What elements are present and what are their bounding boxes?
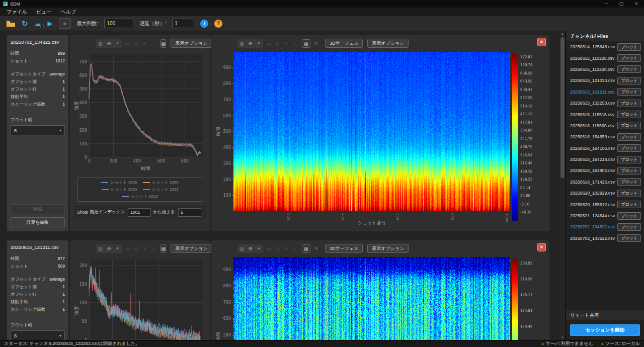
plot-button[interactable]: プロット — [617, 234, 641, 242]
file-name[interactable]: 20250702_134822.csv — [570, 224, 615, 229]
zoom-out-icon[interactable]: × — [282, 244, 290, 253]
info-icon[interactable]: i — [200, 20, 208, 28]
file-name[interactable]: 20250616_164106.csv — [570, 146, 615, 151]
menu-view[interactable]: ビュー — [32, 9, 56, 16]
zoom-icon[interactable]: ⊕ — [246, 244, 255, 253]
plot-width-select[interactable]: 6 ▾ — [11, 330, 65, 340]
file-name[interactable]: 20250616_115516.csv — [570, 112, 614, 117]
plot-button[interactable]: プロット — [617, 43, 641, 51]
zoom-out-icon[interactable]: × — [282, 39, 290, 48]
reset-axes-icon[interactable]: ⌂ — [290, 39, 299, 48]
legend-item[interactable]: ショット 1010 — [102, 187, 137, 192]
scrollbar-thumb[interactable] — [560, 37, 565, 178]
scroll-up-icon[interactable]: ▲ — [561, 31, 564, 36]
file-name[interactable]: 20250616_115600.csv — [570, 123, 614, 128]
start-session-button[interactable]: セッションを開始 — [570, 324, 640, 336]
display-options-button[interactable]: 表示オプション — [171, 39, 212, 48]
lasso-select-icon[interactable]: ◇ — [273, 244, 282, 253]
chart-settings-icon[interactable]: ▦ — [160, 244, 166, 253]
chart-settings-icon[interactable]: ▦ — [302, 244, 310, 253]
surface-3d-button[interactable]: 3Dサーフェス — [325, 39, 363, 48]
reset-axes-icon[interactable]: ⌂ — [149, 244, 157, 253]
menu-file[interactable]: ファイル — [2, 9, 32, 16]
plot-button[interactable]: プロット — [617, 65, 641, 73]
zoom-icon[interactable]: ⊕ — [105, 39, 113, 48]
plot-button[interactable]: プロット — [617, 223, 641, 231]
reset-axes-icon[interactable]: ⌂ — [149, 39, 157, 48]
plot-button[interactable]: プロット — [617, 133, 641, 141]
plot-button[interactable]: プロット — [617, 111, 641, 118]
plot-button[interactable]: プロット — [617, 144, 641, 152]
close-panel-button[interactable]: × — [537, 243, 546, 251]
line-chart-canvas[interactable] — [74, 50, 206, 174]
legend-item[interactable]: ショット 1012 — [122, 194, 158, 199]
file-name[interactable]: 20250616_164802.csv — [570, 168, 615, 173]
plot-button[interactable]: プロット — [617, 122, 641, 129]
play-button[interactable]: ▶ — [48, 20, 53, 27]
plot-button[interactable]: プロット — [617, 156, 641, 163]
max-columns-input[interactable] — [104, 19, 133, 28]
camera-icon[interactable]: ◎ — [237, 39, 246, 48]
plot-button[interactable]: プロット — [617, 100, 641, 107]
file-name[interactable]: 20250616_164218.csv — [570, 157, 615, 162]
start-index-input[interactable] — [128, 208, 151, 217]
edit-settings-button[interactable]: 設定を編集 — [11, 217, 65, 227]
file-name[interactable]: 20250615_121033.csv — [570, 78, 615, 83]
box-select-icon[interactable]: ▭ — [265, 39, 273, 48]
line-chart-canvas[interactable] — [74, 255, 206, 340]
refresh-icon[interactable]: ↻ — [22, 19, 28, 28]
file-name[interactable]: 20250620_102929.csv — [570, 191, 615, 196]
close-window-button[interactable]: × — [629, 0, 644, 8]
plot-button[interactable]: プロット — [617, 88, 641, 96]
edit-icon[interactable]: ✎ — [312, 39, 320, 48]
zoom-icon[interactable]: ⊕ — [105, 244, 113, 253]
camera-icon[interactable]: ◎ — [237, 244, 246, 253]
menu-help[interactable]: ヘルプ — [56, 9, 80, 16]
lasso-select-icon[interactable]: ◇ — [132, 39, 140, 48]
plot-button[interactable]: プロット — [617, 167, 641, 175]
plot-button[interactable]: プロット — [617, 178, 641, 186]
legend-item[interactable]: ショット 1009 — [143, 180, 179, 185]
heatmap-canvas[interactable] — [215, 255, 511, 340]
pan-icon[interactable]: ⌖ — [255, 244, 263, 253]
legend-item[interactable]: ショット 1008 — [101, 180, 137, 185]
plot-button[interactable]: プロット — [617, 54, 641, 62]
file-name[interactable]: 20250702_143522.csv — [570, 236, 615, 241]
file-name[interactable]: 20250621_124644.csv — [570, 213, 615, 218]
zoom-icon[interactable]: ⊕ — [246, 39, 255, 48]
zoom-out-icon[interactable]: × — [140, 244, 149, 253]
lasso-select-icon[interactable]: ◇ — [132, 244, 140, 253]
camera-icon[interactable]: ◎ — [96, 244, 105, 253]
box-select-icon[interactable]: ▭ — [123, 39, 132, 48]
stop-button[interactable]: ■ — [59, 18, 71, 29]
camera-icon[interactable]: ◎ — [96, 39, 105, 48]
file-name[interactable]: 20250615_112220.csv — [570, 67, 614, 72]
cloud-sync-icon[interactable]: ☁ — [34, 19, 42, 28]
open-folder-button[interactable] — [6, 20, 16, 27]
chart-settings-icon[interactable]: ▦ — [160, 39, 166, 48]
plot-button[interactable]: プロット — [617, 190, 641, 197]
scroll-down-icon[interactable]: ▼ — [561, 335, 564, 340]
box-select-icon[interactable]: ▭ — [123, 244, 132, 253]
plot-width-select[interactable]: 6 ▾ — [11, 125, 65, 135]
close-panel-button[interactable]: × — [537, 38, 546, 46]
start-from-input[interactable] — [178, 208, 201, 217]
chart-settings-icon[interactable]: ▦ — [302, 39, 310, 48]
display-options-button[interactable]: 表示オプション — [367, 244, 409, 253]
plot-button[interactable]: プロット — [617, 201, 641, 208]
help-icon[interactable]: ? — [214, 20, 222, 28]
zoom-out-icon[interactable]: × — [140, 39, 149, 48]
display-options-button[interactable]: 表示オプション — [367, 39, 409, 48]
file-name[interactable]: 20250616_171426.csv — [570, 180, 615, 185]
pan-icon[interactable]: ⌖ — [255, 39, 263, 48]
pan-icon[interactable]: ⌖ — [113, 244, 122, 253]
file-name[interactable]: 20250615_121211.csv — [570, 90, 614, 95]
vertical-scrollbar[interactable]: ▲ ▼ — [559, 31, 566, 340]
surface-3d-button[interactable]: 3Dサーフェス — [325, 244, 363, 253]
reset-axes-icon[interactable]: ⌂ — [290, 244, 299, 253]
maximize-button[interactable]: ▢ — [614, 0, 629, 8]
lasso-select-icon[interactable]: ◇ — [273, 39, 282, 48]
file-name[interactable]: 20250616_154659.csv — [570, 134, 615, 139]
plot-button[interactable]: プロット — [617, 212, 641, 220]
box-select-icon[interactable]: ▭ — [265, 244, 273, 253]
